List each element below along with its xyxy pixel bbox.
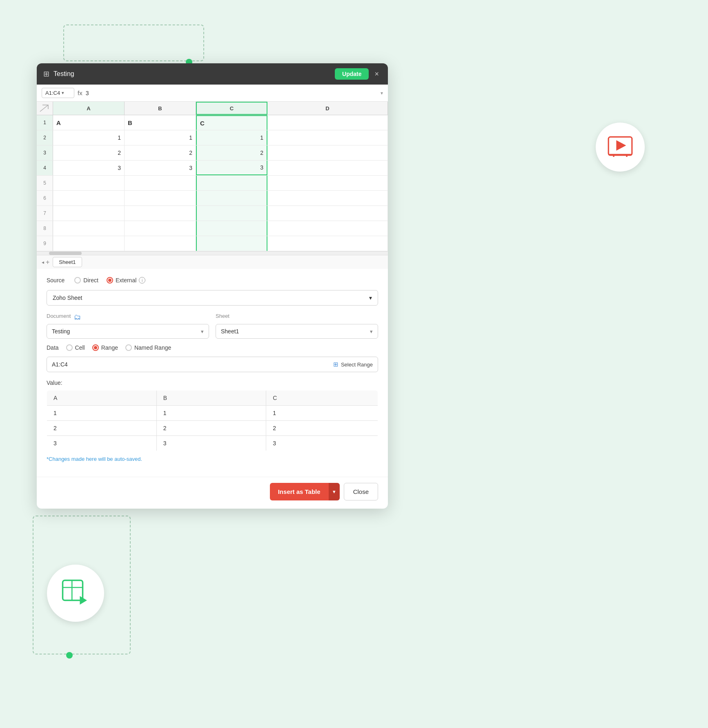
cell-4b[interactable]: 3 <box>125 161 196 175</box>
col-header-a[interactable]: A <box>53 102 125 115</box>
cell-2b[interactable]: 1 <box>125 130 196 145</box>
cell-7a[interactable] <box>53 206 125 221</box>
source-dropdown-value: Zoho Sheet <box>53 295 82 301</box>
source-dropdown-arrow: ▾ <box>369 295 372 301</box>
cell-8b[interactable] <box>125 221 196 236</box>
cell-5a[interactable] <box>53 176 125 190</box>
select-range-button[interactable]: ⊞ Select Range <box>333 361 373 368</box>
close-x-button[interactable]: × <box>372 69 381 79</box>
cell-1b[interactable]: B <box>125 115 196 130</box>
radio-named-range-circle[interactable] <box>125 344 132 351</box>
value-cell-3a: 3 <box>47 436 157 451</box>
value-cell-1b: 1 <box>156 406 266 421</box>
formula-input[interactable] <box>86 90 377 96</box>
cell-9a[interactable] <box>53 236 125 251</box>
update-button[interactable]: Update <box>335 68 369 80</box>
tab-add-button[interactable]: + <box>46 259 49 266</box>
cell-2c[interactable]: 1 <box>196 130 267 145</box>
dashed-connector-box-top <box>63 25 204 61</box>
table-row: 2 2 2 <box>47 421 378 436</box>
radio-external-circle[interactable] <box>107 277 113 284</box>
cell-6b[interactable] <box>125 191 196 205</box>
radio-named-range-label: Named Range <box>134 344 171 351</box>
sheet-dropdown[interactable]: Sheet1 ▾ <box>216 324 378 339</box>
cell-4d[interactable] <box>267 161 388 175</box>
main-dialog: ⊞ Testing Update × A1:C4 ▾ fx ▾ <box>37 63 388 509</box>
cell-9b[interactable] <box>125 236 196 251</box>
cell-7b[interactable] <box>125 206 196 221</box>
cell-9c[interactable] <box>196 236 267 251</box>
column-headers: A B C D <box>37 102 388 115</box>
cell-6c[interactable] <box>196 191 267 205</box>
cell-3a[interactable]: 2 <box>53 145 125 160</box>
cell-6d[interactable] <box>267 191 388 205</box>
cell-5d[interactable] <box>267 176 388 190</box>
cell-3d[interactable] <box>267 145 388 160</box>
document-dropdown[interactable]: Testing ▾ <box>47 324 209 339</box>
info-icon[interactable]: i <box>139 277 145 284</box>
value-cell-1c: 1 <box>266 406 378 421</box>
svg-marker-4 <box>616 140 626 151</box>
dialog-header: ⊞ Testing Update × <box>37 63 388 85</box>
cell-7d[interactable] <box>267 206 388 221</box>
radio-range-circle[interactable] <box>92 344 99 351</box>
radio-named-range[interactable]: Named Range <box>125 344 171 351</box>
cell-2a[interactable]: 1 <box>53 130 125 145</box>
spreadsheet-wrapper: A B C D 1 A B C 2 1 1 1 <box>37 102 388 269</box>
table-row: 9 <box>37 236 388 251</box>
table-row: 6 <box>37 191 388 206</box>
cell-7c[interactable] <box>196 206 267 221</box>
col-header-c[interactable]: C <box>196 102 267 115</box>
cell-2d[interactable] <box>267 130 388 145</box>
col-header-b[interactable]: B <box>125 102 196 115</box>
radio-cell-label: Cell <box>75 344 85 351</box>
radio-direct-circle[interactable] <box>74 277 81 284</box>
video-play-icon-circle <box>596 123 645 172</box>
select-range-icon: ⊞ <box>333 361 338 368</box>
radio-range[interactable]: Range <box>92 344 118 351</box>
cell-1d[interactable] <box>267 115 388 130</box>
cell-9d[interactable] <box>267 236 388 251</box>
radio-external[interactable]: External i <box>107 277 145 284</box>
formula-dropdown-arrow[interactable]: ▾ <box>381 90 383 96</box>
cell-3c[interactable]: 2 <box>196 145 267 160</box>
sheet-tab-1[interactable]: Sheet1 <box>53 257 82 267</box>
source-dropdown[interactable]: Zoho Sheet ▾ <box>47 290 378 306</box>
row-num-1: 1 <box>37 115 53 130</box>
cell-ref-value: A1:C4 <box>45 90 60 96</box>
row-num-9: 9 <box>37 236 53 251</box>
insert-as-table-button[interactable]: Insert as Table <box>270 483 329 500</box>
col-header-d[interactable]: D <box>267 102 388 115</box>
horizontal-scrollbar[interactable] <box>37 252 388 255</box>
cell-1c[interactable]: C <box>196 115 267 130</box>
cell-ref-box[interactable]: A1:C4 ▾ <box>42 88 74 98</box>
scroll-thumb[interactable] <box>49 252 82 255</box>
document-value: Testing <box>52 328 70 335</box>
cell-4c[interactable]: 3 <box>196 161 267 175</box>
radio-cell-circle[interactable] <box>66 344 73 351</box>
value-cell-1a: 1 <box>47 406 157 421</box>
radio-direct-label: Direct <box>83 277 98 284</box>
radio-direct[interactable]: Direct <box>74 277 98 284</box>
row-num-8: 8 <box>37 221 53 236</box>
cell-4a[interactable]: 3 <box>53 161 125 175</box>
tab-prev-arrow[interactable]: ◂ <box>42 259 44 265</box>
cell-1a[interactable]: A <box>53 115 125 130</box>
cell-5b[interactable] <box>125 176 196 190</box>
value-cell-3c: 3 <box>266 436 378 451</box>
dialog-panel: Source Direct External i Zoho Sheet ▾ Do… <box>37 269 388 477</box>
corner-icon <box>37 102 53 115</box>
cell-5c[interactable] <box>196 176 267 190</box>
row-num-4: 4 <box>37 161 53 175</box>
insert-dropdown-arrow[interactable]: ▾ <box>329 483 340 500</box>
cell-3b[interactable]: 2 <box>125 145 196 160</box>
radio-cell[interactable]: Cell <box>66 344 85 351</box>
close-button[interactable]: Close <box>344 483 378 500</box>
cell-8a[interactable] <box>53 221 125 236</box>
table-play-icon <box>61 579 90 607</box>
cell-8d[interactable] <box>267 221 388 236</box>
spreadsheet: A B C D 1 A B C 2 1 1 1 <box>37 102 388 252</box>
cell-8c[interactable] <box>196 221 267 236</box>
cell-6a[interactable] <box>53 191 125 205</box>
cell-ref-dropdown-arrow[interactable]: ▾ <box>62 90 64 96</box>
